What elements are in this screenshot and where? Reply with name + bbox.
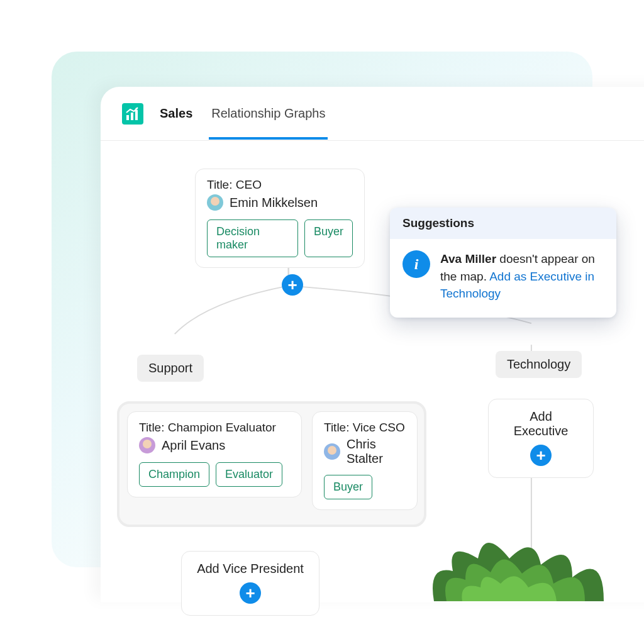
person-name: April Evans <box>162 438 225 453</box>
role-tag-buyer[interactable]: Buyer <box>324 475 372 499</box>
svg-rect-1 <box>131 113 133 120</box>
role-tag-champion[interactable]: Champion <box>139 462 209 487</box>
add-card-label: Add Vice President <box>196 562 305 576</box>
tab-relationship-graphs[interactable]: Relationship Graphs <box>209 87 328 140</box>
node-title: Title: CEO <box>207 178 353 192</box>
node-person: April Evans <box>139 437 290 453</box>
suggestion-text: Ava Miller doesn't appear on the map. Ad… <box>440 250 604 303</box>
sales-chart-icon <box>122 103 143 125</box>
avatar-icon <box>139 437 155 453</box>
suggestion-person: Ava Miller <box>440 252 496 265</box>
add-card-label: Add Executive <box>502 409 579 438</box>
node-chris-stalter[interactable]: Title: Vice CSO Chris Stalter Buyer <box>312 411 418 510</box>
add-executive-card[interactable]: Add Executive + <box>488 399 594 478</box>
node-april-evans[interactable]: Title: Champion Evaluator April Evans Ch… <box>127 411 302 497</box>
svg-rect-0 <box>126 115 129 120</box>
popover-heading: Suggestions <box>390 208 616 239</box>
bush-decoration <box>428 527 616 602</box>
tab-sales[interactable]: Sales <box>160 106 192 121</box>
node-ceo[interactable]: Title: CEO Emin Mikkelsen Decision maker… <box>195 169 365 268</box>
node-person: Emin Mikkelsen <box>207 194 353 211</box>
role-tag-decision-maker[interactable]: Decision maker <box>207 219 298 257</box>
avatar-icon <box>207 194 223 211</box>
dept-label-support[interactable]: Support <box>137 355 204 382</box>
role-tag-evaluator[interactable]: Evaluator <box>216 462 282 487</box>
role-tag-buyer[interactable]: Buyer <box>304 219 353 257</box>
node-title: Title: Champion Evaluator <box>139 421 290 435</box>
dept-label-technology[interactable]: Technology <box>496 351 582 378</box>
node-person: Chris Stalter <box>324 437 406 466</box>
avatar-icon <box>324 443 340 460</box>
svg-rect-2 <box>135 110 138 120</box>
person-name: Emin Mikkelsen <box>230 196 318 210</box>
main-panel: Sales Relationship Graphs Title: CEO Emi… <box>101 87 644 602</box>
info-icon: i <box>402 250 430 278</box>
add-vice-president-card[interactable]: Add Vice President + <box>181 551 319 616</box>
plus-icon: + <box>530 445 552 466</box>
add-child-button[interactable]: + <box>282 274 303 296</box>
tab-bar: Sales Relationship Graphs <box>101 87 644 141</box>
suggestions-popover: Suggestions i Ava Miller doesn't appear … <box>390 208 616 318</box>
person-name: Chris Stalter <box>347 437 406 466</box>
node-title: Title: Vice CSO <box>324 421 406 435</box>
plus-icon: + <box>240 582 261 604</box>
